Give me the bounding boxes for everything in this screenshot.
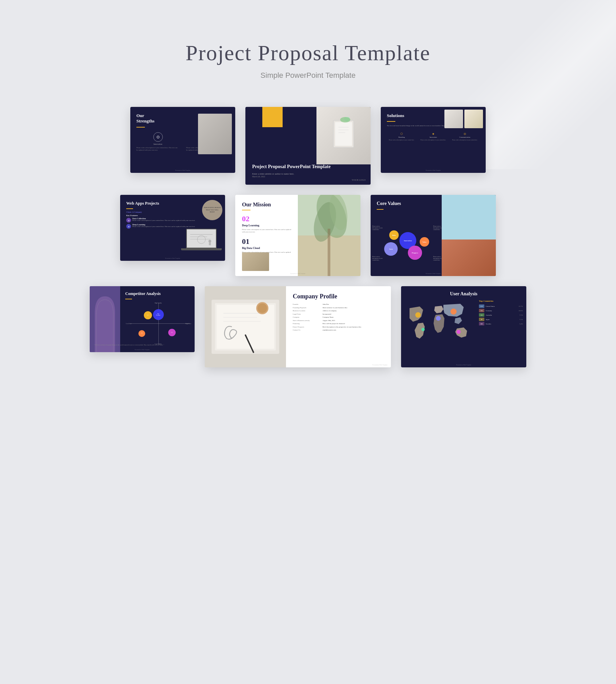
profile-row-contact: Contact Us email@yourtxt.com <box>293 329 384 332</box>
svg-point-29 <box>258 303 267 313</box>
mission-num2: 01 <box>242 237 293 246</box>
page-title: Project Proposal Template <box>0 41 616 66</box>
ua-country-5: Sweden <box>486 323 518 325</box>
profile-row-company: Company Company Name <box>293 316 384 319</box>
profile-val-location: Address of company <box>323 310 336 312</box>
communication-label: Communication <box>459 136 470 138</box>
competitor-footer: Presentation Slide Template <box>90 349 195 350</box>
mission-nature-svg <box>298 195 360 276</box>
innovation-label: Innovation <box>154 143 162 145</box>
sol-item-communication: ◎ Communication Please write a descripti… <box>450 132 480 141</box>
ua-country-3: Australia <box>486 314 518 316</box>
svg-rect-1 <box>335 122 352 146</box>
communication-icon: ◎ <box>464 132 466 135</box>
cv-desc-left-bottom: Please write a description of your conte… <box>372 256 384 261</box>
profile-val-start: August 18th, 2015 <box>323 320 335 322</box>
mission-sub2: Big Data Cloud <box>242 247 293 250</box>
ua-percent-1: 12.7% <box>519 305 523 307</box>
ua-country-4: Japan <box>486 319 518 320</box>
page-header: Project Proposal Template Simple PowerPo… <box>0 0 616 100</box>
ua-country-2: Germany <box>486 310 517 312</box>
useranalysis-legend-title: Top Countries <box>479 300 523 302</box>
strengths-divider <box>136 127 145 128</box>
competitor-quote: "The best and most beautiful things in t… <box>91 344 195 346</box>
competitor-content: Competitor Analysis High Quality Low Qua… <box>122 286 195 352</box>
sol-item-branding: ⬡ Branding Please write a description of… <box>387 132 416 141</box>
laptop-base <box>181 248 222 250</box>
slide-mission: Our Mission 02 Deep Learning Please writ… <box>235 195 360 276</box>
mission-title: Our Mission <box>242 202 293 208</box>
bubble-competitor2: C2 <box>168 329 176 336</box>
cover-logo: YOUR LOGO <box>352 179 366 181</box>
mission-divider <box>242 210 250 210</box>
profile-key-company: Company <box>293 316 320 319</box>
webapps-divider <box>126 208 133 209</box>
profile-val-legal: Incorporated <box>323 313 331 316</box>
slide-cover: Project Proposal PowerPoint Template Ent… <box>245 107 371 185</box>
cv-circle-technology: Tech <box>384 242 398 256</box>
useranalysis-legend: Top Countries US United States 12.7% UK … <box>479 300 523 326</box>
profile-row-location: Business Location Address of company <box>293 310 384 312</box>
profile-val-future: Brief description to the perspective of … <box>323 326 361 328</box>
ua-flag-3: AU <box>479 313 484 317</box>
cover-subtitle: Enter a slide subtitle or author to name… <box>252 173 331 178</box>
chart-label-right: High Price <box>185 323 191 324</box>
webapps-circle: INNOVATIVE DESIGN THAT YOU WILL NEED! <box>202 200 222 220</box>
competitor-divider <box>125 299 132 299</box>
profile-key-future: Future Prospects <box>293 326 320 328</box>
profile-key-financing: Financing <box>293 323 320 325</box>
profile-row-future: Future Prospects Brief description to th… <box>293 326 384 328</box>
ua-flag-5: BR <box>479 322 484 325</box>
cv-desc-left-top: Please write a description of your conte… <box>372 225 384 231</box>
innovation2-text: Please write a description of your conte… <box>420 139 446 141</box>
ua-country-row-3: AU Australia 7.1% <box>479 313 523 317</box>
svg-point-33 <box>436 316 441 321</box>
strengths-footer: Presentation Slide Template <box>130 169 235 171</box>
competitor-arch-svg <box>90 286 120 352</box>
feature1-icon: ⊕ <box>126 218 131 223</box>
profile-key-start: Start of Business activity <box>293 320 320 322</box>
webapps-laptop <box>181 229 222 256</box>
mission-image-right <box>298 195 360 276</box>
profile-val-financing: How will the project be financed <box>323 323 345 325</box>
ua-country-row-2: UK Germany 10.6% <box>479 309 523 312</box>
slide-strengths: OurStrengths ⊙ Innovation Please write a… <box>130 107 235 173</box>
ua-percent-5: 5.4% <box>520 323 523 325</box>
bubble-competitor3: C3 <box>138 330 145 337</box>
corevalues-circles: Innovation Tech Progress Value Value Ple… <box>371 212 445 273</box>
innovation2-icon: ◈ <box>432 132 434 135</box>
cv-img-brown <box>442 240 496 276</box>
ua-percent-3: 7.1% <box>520 314 523 316</box>
profile-key-location: Business Location <box>293 310 320 312</box>
cv-circle-progression: Progress <box>408 246 422 260</box>
competitor-arch <box>90 286 120 352</box>
profile-val-founding: Short sentence to your business idea <box>323 307 347 309</box>
sol-item-innovation: ◈ Innovation Please write a description … <box>418 132 448 141</box>
slide-profile: Company Profile Founder John Doe Foundin… <box>205 286 391 367</box>
profile-footer: Presentation Slide Template <box>372 364 388 366</box>
slide-corevalues: Core Values Innovation Tech Progress Val… <box>371 195 496 276</box>
chart-h-axis <box>130 323 190 324</box>
strength-item-innovation: ⊙ Innovation Please write a description … <box>136 132 179 151</box>
ua-country-row-4: JP Japan 7.1% <box>479 318 523 321</box>
competitor-image <box>90 286 120 352</box>
profile-row-legal: Legal Form Incorporated <box>293 313 384 316</box>
webapps-feature-2: ⊕ Deep Learning Please write a descripti… <box>120 223 225 229</box>
branding-text: Please write a description of your conte… <box>389 139 414 141</box>
mission-text1: Please write a description of your conte… <box>242 228 293 233</box>
sol-img-2 <box>464 110 483 128</box>
row-3: Competitor Analysis High Quality Low Qua… <box>27 286 589 367</box>
communication-text: Please write a description of your conte… <box>452 139 478 141</box>
slide-useranalysis: User Analysis <box>401 286 526 367</box>
slide-competitor: Competitor Analysis High Quality Low Qua… <box>90 286 195 352</box>
profile-row-founding: Founding Proposals Short sentence to you… <box>293 307 384 309</box>
bubble-competitor1: C1 <box>144 311 152 319</box>
row-1: OurStrengths ⊙ Innovation Please write a… <box>27 107 589 185</box>
ua-country-1: United States <box>486 305 517 307</box>
solutions-items: ⬡ Branding Please write a description of… <box>381 130 486 143</box>
svg-rect-13 <box>209 243 211 245</box>
ua-flag-1: US <box>479 304 484 308</box>
profile-key-founder: Founder <box>293 303 320 306</box>
profile-key-contact: Contact Us <box>293 329 320 332</box>
cover-text: Project Proposal PowerPoint Template Ent… <box>252 164 331 178</box>
